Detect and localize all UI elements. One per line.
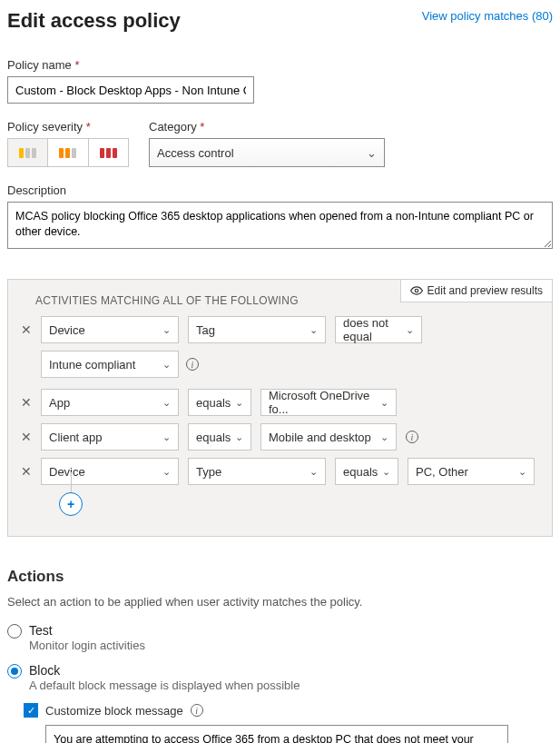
policy-name-input[interactable] xyxy=(7,76,254,104)
filter-field-select[interactable]: App ⌄ xyxy=(41,389,179,416)
page-title: Edit access policy xyxy=(7,9,181,33)
severity-label: Policy severity xyxy=(7,120,129,134)
filter-value-select[interactable]: Mobile and desktop ⌄ xyxy=(260,423,397,451)
chevron-down-icon: ⌄ xyxy=(380,397,388,409)
description-textarea[interactable] xyxy=(7,202,553,249)
chevron-down-icon: ⌄ xyxy=(235,397,243,409)
remove-filter-icon[interactable]: ✕ xyxy=(21,464,32,479)
action-block-radio[interactable] xyxy=(7,664,22,679)
customize-block-message-label: Customize block message xyxy=(45,704,183,718)
customize-block-message-checkbox[interactable]: ✓ xyxy=(24,703,38,718)
add-filter-button[interactable]: + xyxy=(59,492,83,516)
action-test-label: Test xyxy=(29,623,145,638)
filter-value-select[interactable]: Microsoft OneDrive fo... ⌄ xyxy=(260,389,397,416)
info-icon[interactable]: i xyxy=(191,704,203,717)
chevron-down-icon: ⌄ xyxy=(380,431,388,443)
filter-operator-select[interactable]: equals ⌄ xyxy=(335,458,398,485)
filter-subfield-value: Tag xyxy=(196,323,215,337)
filter-value-text: PC, Other xyxy=(416,465,468,479)
info-icon[interactable]: i xyxy=(406,431,418,443)
info-icon[interactable]: i xyxy=(186,358,199,371)
eye-icon xyxy=(410,284,423,297)
filter-field-value: Device xyxy=(49,323,85,337)
filter-subfield-value: Type xyxy=(196,465,221,479)
policy-name-label: Policy name xyxy=(7,58,553,72)
filter-field-value: Device xyxy=(49,465,85,479)
filter-value-select[interactable]: PC, Other ⌄ xyxy=(408,458,535,485)
view-policy-matches-link[interactable]: View policy matches (80) xyxy=(422,9,553,23)
actions-heading: Actions xyxy=(7,568,553,586)
description-label: Description xyxy=(7,183,553,197)
chevron-down-icon: ⌄ xyxy=(162,359,171,371)
filter-field-select[interactable]: Device ⌄ xyxy=(41,458,179,485)
chevron-down-icon: ⌄ xyxy=(162,397,171,409)
action-block-sublabel: A default block message is displayed whe… xyxy=(29,679,300,692)
filter-field-select[interactable]: Device ⌄ xyxy=(41,316,179,343)
filter-operator-value: does not equal xyxy=(343,316,406,343)
actions-description: Select an action to be applied when user… xyxy=(7,595,553,609)
severity-high-button[interactable] xyxy=(89,139,128,166)
connector-line xyxy=(71,472,72,492)
filter-operator-value: equals xyxy=(196,431,231,444)
chevron-down-icon: ⌄ xyxy=(406,324,414,336)
remove-filter-icon[interactable]: ✕ xyxy=(21,395,32,410)
chevron-down-icon: ⌄ xyxy=(367,146,377,160)
filter-operator-select[interactable]: does not equal ⌄ xyxy=(335,316,422,343)
svg-point-0 xyxy=(415,289,418,292)
category-select[interactable]: Access control ⌄ xyxy=(149,138,385,167)
chevron-down-icon: ⌄ xyxy=(162,466,171,478)
filter-subfield-select[interactable]: Type ⌄ xyxy=(188,458,326,485)
severity-group xyxy=(7,138,129,167)
remove-filter-icon[interactable]: ✕ xyxy=(21,430,32,444)
action-block-label: Block xyxy=(29,663,300,678)
remove-filter-icon[interactable]: ✕ xyxy=(21,322,32,337)
filter-operator-select[interactable]: equals ⌄ xyxy=(188,389,251,416)
severity-low-button[interactable] xyxy=(8,139,48,166)
filter-field-value: Client app xyxy=(49,431,103,444)
severity-medium-button[interactable] xyxy=(48,139,88,166)
filter-subfield-select[interactable]: Tag ⌄ xyxy=(188,316,326,343)
block-message-textarea[interactable] xyxy=(45,725,508,743)
chevron-down-icon: ⌄ xyxy=(162,324,171,336)
edit-preview-results-button[interactable]: Edit and preview results xyxy=(400,279,553,302)
filter-field-select[interactable]: Client app ⌄ xyxy=(41,423,179,451)
edit-preview-label: Edit and preview results xyxy=(427,284,543,297)
chevron-down-icon: ⌄ xyxy=(162,431,171,443)
filter-operator-value: equals xyxy=(343,465,378,479)
chevron-down-icon: ⌄ xyxy=(382,466,390,478)
filter-operator-select[interactable]: equals ⌄ xyxy=(188,423,251,451)
chevron-down-icon: ⌄ xyxy=(235,431,243,443)
filter-operator-value: equals xyxy=(196,396,231,410)
filter-value-select[interactable]: Intune compliant ⌄ xyxy=(41,351,179,378)
filter-field-value: App xyxy=(49,396,70,410)
chevron-down-icon: ⌄ xyxy=(309,466,318,478)
filter-panel: Edit and preview results ACTIVITIES MATC… xyxy=(7,279,553,537)
category-value: Access control xyxy=(157,146,234,160)
action-test-radio[interactable] xyxy=(7,624,22,639)
action-test-sublabel: Monitor login activities xyxy=(29,639,145,652)
category-label: Category xyxy=(149,120,385,134)
filter-value-text: Mobile and desktop xyxy=(269,431,371,444)
filter-value-text: Intune compliant xyxy=(49,358,135,372)
chevron-down-icon: ⌄ xyxy=(309,324,318,336)
chevron-down-icon: ⌄ xyxy=(518,466,526,478)
filter-value-text: Microsoft OneDrive fo... xyxy=(269,389,380,416)
